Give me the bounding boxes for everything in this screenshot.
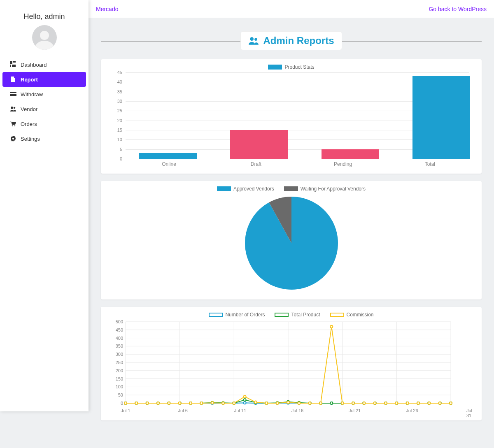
svg-point-8 — [12, 125, 13, 127]
svg-point-131 — [406, 402, 409, 404]
svg-text:350: 350 — [116, 344, 123, 348]
svg-point-134 — [439, 402, 441, 404]
svg-point-117 — [254, 401, 257, 404]
svg-point-54 — [244, 402, 246, 404]
svg-point-11 — [12, 138, 14, 139]
orders-line-chart: 050100150200250300350400450500 Jul 1Jul … — [109, 320, 473, 408]
vendor-icon — [10, 106, 16, 112]
dashboard-icon — [10, 61, 16, 68]
sidebar-item-settings[interactable]: Settings — [2, 131, 86, 146]
svg-text:200: 200 — [116, 368, 123, 373]
back-to-wordpress-link[interactable]: Go back to WordPress — [429, 6, 487, 12]
orders-line-card: Number of OrdersTotal ProductCommission … — [101, 307, 482, 420]
sidebar-item-label: Orders — [21, 121, 37, 127]
svg-text:100: 100 — [116, 384, 123, 389]
sidebar-item-label: Settings — [21, 136, 40, 142]
svg-point-9 — [14, 125, 16, 127]
sidebar-item-vendor[interactable]: Vendor — [2, 102, 86, 116]
svg-text:500: 500 — [116, 320, 123, 324]
sidebar-item-label: Withdraw — [21, 91, 43, 97]
svg-point-123 — [319, 402, 322, 404]
svg-point-127 — [363, 402, 365, 404]
svg-rect-5 — [10, 93, 16, 94]
svg-point-107 — [146, 402, 149, 404]
svg-text:150: 150 — [116, 376, 123, 381]
svg-point-126 — [352, 402, 354, 404]
sidebar-item-label: Vendor — [21, 106, 37, 112]
svg-rect-2 — [10, 65, 11, 67]
vendors-pie-chart — [245, 197, 338, 290]
svg-point-132 — [417, 402, 419, 404]
svg-point-121 — [298, 402, 300, 404]
brand-link[interactable]: Mercado — [96, 6, 118, 12]
svg-point-125 — [341, 402, 344, 404]
product-stats-card: Product Stats 051015202530354045 OnlineD… — [101, 59, 482, 174]
avatar — [32, 25, 57, 50]
greeting: Hello, admin — [0, 0, 89, 25]
svg-point-105 — [124, 402, 127, 404]
svg-point-113 — [211, 402, 214, 404]
sidebar-item-label: Report — [21, 77, 38, 83]
svg-point-114 — [222, 402, 224, 404]
svg-rect-3 — [12, 65, 16, 67]
line-xticks: Jul 1Jul 6Jul 11Jul 16Jul 21Jul 26Jul 31 — [126, 408, 469, 414]
svg-point-122 — [309, 402, 311, 404]
svg-point-133 — [428, 402, 430, 404]
svg-point-13 — [255, 38, 258, 41]
page-title-row: Admin Reports — [101, 30, 482, 51]
bar-category-labels: OnlineDraftPendingTotal — [126, 159, 473, 167]
sidebar-item-report[interactable]: Report — [2, 72, 86, 87]
svg-point-128 — [374, 402, 376, 404]
sidebar-item-withdraw[interactable]: Withdraw — [2, 87, 86, 102]
svg-text:450: 450 — [116, 327, 123, 332]
svg-text:0: 0 — [121, 401, 123, 406]
svg-point-129 — [384, 402, 387, 404]
cart-icon — [10, 121, 16, 127]
svg-point-124 — [330, 325, 333, 328]
sidebar: Hello, admin Dashboard Report Withdraw V… — [0, 0, 89, 411]
page-title: Admin Reports — [263, 35, 334, 46]
svg-point-112 — [200, 402, 203, 404]
svg-point-85 — [244, 399, 246, 401]
product-stats-bar-chart: 051015202530354045 — [109, 72, 473, 159]
withdraw-icon — [10, 91, 16, 97]
pie-legend: Approved VendorsWaiting For Approval Ven… — [109, 186, 473, 192]
svg-point-135 — [450, 402, 452, 404]
svg-point-130 — [395, 402, 398, 404]
svg-point-7 — [14, 107, 16, 109]
svg-point-116 — [244, 395, 246, 398]
svg-point-93 — [330, 402, 333, 404]
svg-point-106 — [135, 402, 137, 404]
bar-legend-label: Product Stats — [284, 64, 314, 70]
svg-point-120 — [287, 401, 289, 404]
svg-text:400: 400 — [116, 336, 123, 341]
bar-legend: Product Stats — [109, 64, 473, 70]
sidebar-item-label: Dashboard — [21, 62, 47, 68]
page-title-badge: Admin Reports — [240, 31, 342, 50]
report-icon — [10, 76, 16, 83]
svg-point-6 — [11, 107, 13, 109]
line-legend: Number of OrdersTotal ProductCommission — [109, 312, 473, 318]
sidebar-item-orders[interactable]: Orders — [2, 116, 86, 131]
svg-point-118 — [265, 402, 268, 404]
content: Admin Reports Product Stats 051015202530… — [89, 18, 494, 448]
users-icon — [248, 36, 259, 45]
svg-rect-0 — [10, 61, 12, 64]
svg-text:50: 50 — [118, 392, 123, 397]
svg-rect-1 — [13, 61, 16, 63]
sidebar-nav: Dashboard Report Withdraw Vendor Orders … — [0, 57, 89, 146]
svg-text:300: 300 — [116, 352, 123, 357]
sidebar-item-dashboard[interactable]: Dashboard — [2, 57, 86, 72]
settings-icon — [10, 135, 16, 142]
svg-point-108 — [157, 402, 159, 404]
svg-point-111 — [189, 402, 192, 404]
svg-rect-4 — [10, 92, 16, 96]
svg-point-119 — [276, 402, 279, 404]
svg-point-115 — [233, 402, 235, 404]
svg-point-110 — [179, 402, 181, 404]
topbar: Mercado Go back to WordPress — [89, 0, 494, 18]
svg-point-109 — [168, 402, 170, 404]
svg-point-12 — [250, 37, 254, 41]
vendors-pie-card: Approved VendorsWaiting For Approval Ven… — [101, 181, 482, 299]
svg-text:250: 250 — [116, 360, 123, 365]
